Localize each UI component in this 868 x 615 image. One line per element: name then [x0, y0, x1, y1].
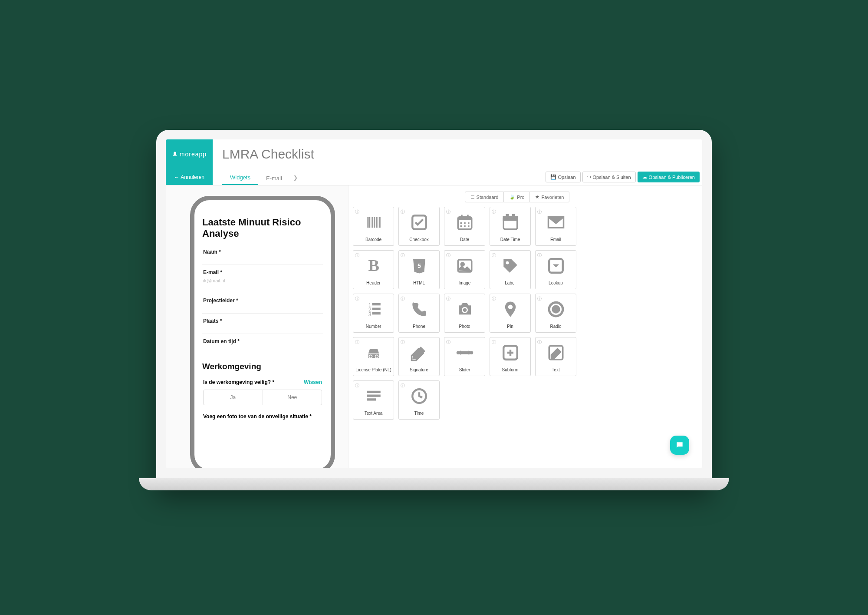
svg-rect-3 — [372, 217, 373, 228]
widget-email[interactable]: ⓘEmail — [535, 207, 576, 246]
info-icon[interactable]: ⓘ — [492, 339, 497, 344]
info-icon[interactable]: ⓘ — [355, 296, 360, 301]
dashboard-icon: ☰ — [470, 194, 475, 200]
widget-lookup[interactable]: ⓘLookup — [535, 250, 576, 289]
save-close-label: Opslaan & Sluiten — [593, 175, 631, 180]
svg-rect-11 — [460, 222, 462, 224]
info-icon[interactable]: ⓘ — [401, 252, 406, 258]
svg-rect-16 — [468, 225, 470, 227]
app-screen: moreapp LMRA Checklist ← Annuleren Widge… — [166, 139, 702, 468]
widget-html[interactable]: ⓘ5HTML — [398, 250, 440, 289]
ptab-favorites[interactable]: ★ Favorieten — [530, 192, 569, 202]
widget-label: HTML — [413, 281, 425, 285]
widget-time[interactable]: ⓘTime — [398, 380, 440, 420]
widget-textarea[interactable]: ⓘText Area — [353, 380, 394, 420]
widget-slider[interactable]: ⓘSlider — [444, 337, 485, 376]
editor-body: Laatste Minuut Risico Analyse Naam * E-m… — [166, 185, 702, 468]
info-icon[interactable]: ⓘ — [537, 209, 542, 214]
tab-email[interactable]: E-mail — [258, 171, 290, 185]
widget-label: Barcode — [365, 237, 381, 242]
field-place-label: Plaats * — [203, 318, 322, 324]
info-icon[interactable]: ⓘ — [446, 296, 451, 301]
date-icon — [456, 207, 474, 237]
widget-number[interactable]: ⓘ123Number — [353, 294, 394, 333]
widget-label: Number — [366, 324, 381, 329]
save-close-button[interactable]: ↪ Opslaan & Sluiten — [582, 172, 636, 182]
widget-label: Phone — [413, 324, 425, 329]
field-email[interactable]: E-mail * ik@mail.nl — [202, 265, 323, 293]
svg-rect-45 — [367, 390, 381, 393]
svg-rect-14 — [460, 225, 462, 227]
widget-text[interactable]: ⓘText — [535, 337, 576, 376]
email-icon — [547, 207, 565, 237]
palette-tab-group: ☰ Standaard 🍃 Pro ★ Favorieten — [353, 192, 681, 202]
widget-subform[interactable]: ⓘSubform — [490, 337, 531, 376]
save-publish-label: Opslaan & Publiceren — [649, 175, 695, 180]
section-title: Werkomgeving — [202, 362, 323, 371]
info-icon[interactable]: ⓘ — [401, 296, 406, 301]
clear-link[interactable]: Wissen — [304, 379, 322, 385]
title-block: LMRA Checklist — [213, 139, 702, 169]
choice-yes[interactable]: Ja — [204, 390, 263, 405]
save-button[interactable]: 💾 Opslaan — [546, 172, 581, 182]
info-icon[interactable]: ⓘ — [401, 339, 406, 344]
widget-image[interactable]: ⓘImage — [444, 250, 485, 289]
info-icon[interactable]: ⓘ — [537, 252, 542, 258]
widget-radio[interactable]: ⓘRadio — [535, 294, 576, 333]
info-icon[interactable]: ⓘ — [446, 339, 451, 344]
info-icon[interactable]: ⓘ — [492, 296, 497, 301]
widget-signature[interactable]: ⓘSignature — [398, 337, 440, 376]
field-name[interactable]: Naam * — [202, 245, 323, 265]
widget-datetime[interactable]: ⓘDate Time — [490, 207, 531, 246]
svg-rect-7 — [379, 217, 381, 228]
header-row: moreapp LMRA Checklist — [166, 139, 702, 169]
page-title: LMRA Checklist — [222, 147, 314, 162]
widget-header[interactable]: ⓘBHeader — [353, 250, 394, 289]
field-place[interactable]: Plaats * — [202, 313, 323, 334]
widget-label: Time — [414, 411, 424, 416]
widget-label: Signature — [410, 367, 428, 372]
info-icon[interactable]: ⓘ — [492, 252, 497, 258]
info-icon[interactable]: ⓘ — [355, 339, 360, 344]
info-icon[interactable]: ⓘ — [355, 252, 360, 258]
info-icon[interactable]: ⓘ — [446, 252, 451, 258]
question-photo: Voeg een foto toe van de onveilige situa… — [202, 409, 323, 423]
svg-rect-20 — [503, 217, 517, 220]
tab-widgets[interactable]: Widgets — [222, 170, 258, 185]
widget-barcode[interactable]: ⓘBarcode — [353, 207, 394, 246]
brand-logo[interactable]: moreapp — [166, 139, 213, 169]
save-publish-button[interactable]: ☁ Opslaan & Publiceren — [638, 172, 700, 182]
svg-text:3: 3 — [368, 311, 371, 317]
info-icon[interactable]: ⓘ — [401, 383, 406, 388]
info-icon[interactable]: ⓘ — [355, 383, 360, 388]
widget-license[interactable]: ⓘLicense Plate (NL) — [353, 337, 394, 376]
field-datetime[interactable]: Datum en tijd * — [202, 334, 323, 354]
info-icon[interactable]: ⓘ — [446, 209, 451, 214]
info-icon[interactable]: ⓘ — [355, 209, 360, 214]
info-icon[interactable]: ⓘ — [537, 339, 542, 344]
ptab-standard[interactable]: ☰ Standaard — [465, 192, 504, 202]
question-safe: Is de werkomgeving veilig? * Wissen Ja N… — [202, 376, 323, 409]
widget-checkbox[interactable]: ⓘCheckbox — [398, 207, 440, 246]
info-icon[interactable]: ⓘ — [401, 209, 406, 214]
choice-no[interactable]: Nee — [263, 390, 322, 405]
info-icon[interactable]: ⓘ — [492, 209, 497, 214]
widget-label[interactable]: ⓘLabel — [490, 250, 531, 289]
field-projectleader[interactable]: Projectleider * — [202, 293, 323, 313]
widget-label: Checkbox — [409, 237, 428, 242]
widget-date[interactable]: ⓘDate — [444, 207, 485, 246]
ptab-pro[interactable]: 🍃 Pro — [504, 192, 530, 202]
svg-text:5: 5 — [418, 262, 421, 269]
widget-photo[interactable]: ⓘPhoto — [444, 294, 485, 333]
widget-pin[interactable]: ⓘPin — [490, 294, 531, 333]
widget-phone[interactable]: ⓘPhone — [398, 294, 440, 333]
cancel-button[interactable]: ← Annuleren — [166, 169, 213, 185]
exit-icon: ↪ — [587, 174, 591, 180]
chat-button[interactable] — [670, 436, 689, 455]
svg-point-40 — [369, 355, 372, 358]
svg-text:B: B — [368, 257, 379, 274]
info-icon[interactable]: ⓘ — [537, 296, 542, 301]
chevron-right-icon[interactable]: ❯ — [290, 170, 301, 185]
svg-point-41 — [375, 355, 378, 358]
widget-label: Radio — [550, 324, 561, 329]
